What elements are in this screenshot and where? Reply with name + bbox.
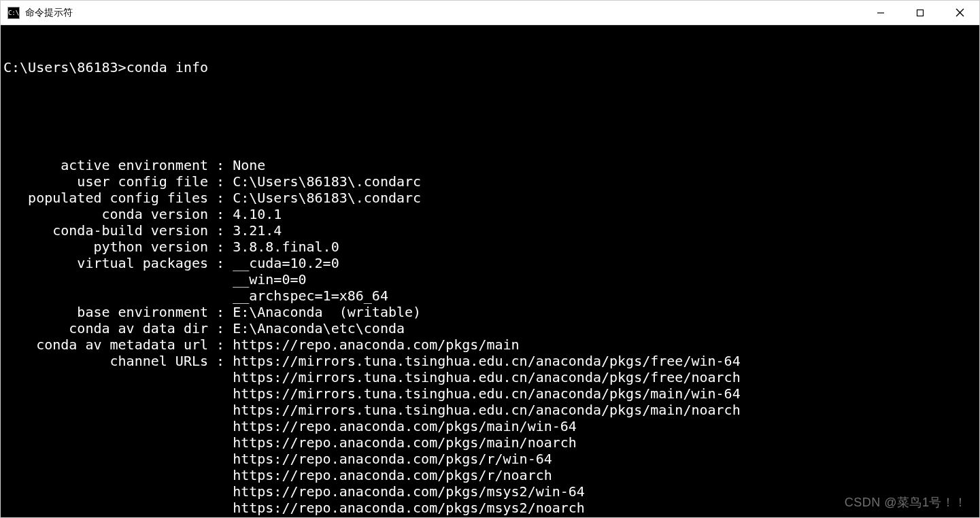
close-button[interactable] — [940, 1, 979, 24]
window: C:\ 命令提示符 C:\Users\86183>conda info acti… — [0, 0, 980, 518]
info-row: base environment : E:\Anaconda (writable… — [3, 304, 977, 320]
minimize-button[interactable] — [861, 1, 900, 24]
info-row: user config file : C:\Users\86183\.conda… — [3, 173, 977, 190]
info-row: channel URLs : https://mirrors.tuna.tsin… — [3, 353, 977, 369]
prompt-line: C:\Users\86183>conda info — [3, 59, 977, 75]
maximize-button[interactable] — [900, 1, 940, 24]
info-row: populated config files : C:\Users\86183\… — [3, 190, 977, 206]
info-row: https://mirrors.tuna.tsinghua.edu.cn/ana… — [3, 385, 977, 402]
info-row: conda version : 4.10.1 — [3, 206, 977, 222]
info-row: https://repo.anaconda.com/pkgs/main/win-… — [3, 418, 977, 434]
info-row: https://mirrors.tuna.tsinghua.edu.cn/ana… — [3, 369, 977, 385]
close-icon — [956, 8, 964, 17]
window-controls — [861, 1, 979, 24]
minimize-icon — [877, 9, 885, 17]
conda-info-output: active environment : None user config fi… — [3, 157, 977, 517]
info-row: https://repo.anaconda.com/pkgs/r/noarch — [3, 467, 977, 483]
info-row: https://repo.anaconda.com/pkgs/r/win-64 — [3, 451, 977, 467]
info-row: virtual packages : __cuda=10.2=0 — [3, 255, 977, 271]
info-row: package cache : E:\Anaconda\pkgs — [3, 516, 977, 517]
info-row: https://mirrors.tuna.tsinghua.edu.cn/ana… — [3, 402, 977, 418]
info-row: https://repo.anaconda.com/pkgs/main/noar… — [3, 434, 977, 451]
info-row: __win=0=0 — [3, 271, 977, 288]
info-row: https://repo.anaconda.com/pkgs/msys2/win… — [3, 483, 977, 500]
info-row: python version : 3.8.8.final.0 — [3, 239, 977, 255]
titlebar[interactable]: C:\ 命令提示符 — [1, 1, 979, 25]
info-row: conda av data dir : E:\Anaconda\etc\cond… — [3, 320, 977, 336]
window-title: 命令提示符 — [25, 7, 73, 19]
info-row: active environment : None — [3, 157, 977, 173]
prompt-command: conda info — [126, 59, 208, 75]
info-row: conda-build version : 3.21.4 — [3, 222, 977, 239]
info-row: __archspec=1=x86_64 — [3, 288, 977, 304]
prompt-path: C:\Users\86183> — [3, 59, 126, 75]
info-row: conda av metadata url : https://repo.ana… — [3, 336, 977, 353]
watermark: CSDN @菜鸟1号！！ — [845, 494, 967, 511]
terminal[interactable]: C:\Users\86183>conda info active environ… — [1, 25, 979, 517]
blank-line — [3, 108, 977, 124]
info-row: https://repo.anaconda.com/pkgs/msys2/noa… — [3, 500, 977, 516]
cmd-icon: C:\ — [7, 7, 20, 19]
maximize-icon — [916, 9, 924, 17]
svg-rect-1 — [917, 10, 924, 16]
